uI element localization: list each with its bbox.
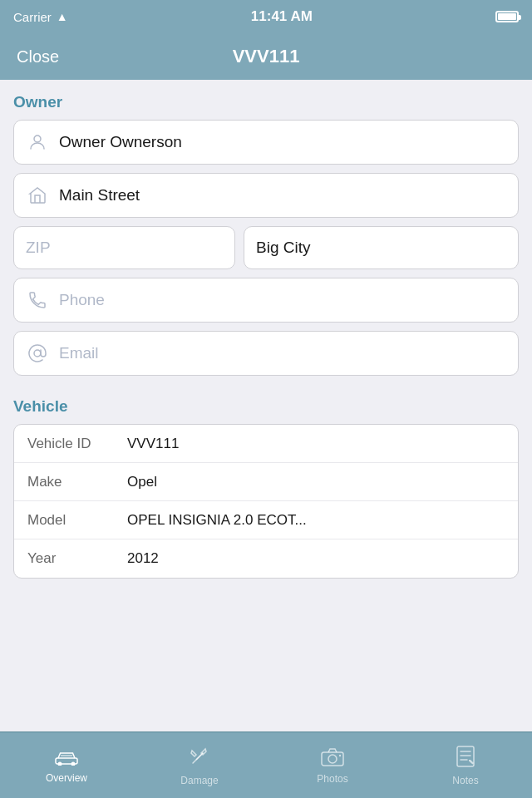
svg-point-3 [58, 761, 62, 766]
vehicle-section: Vehicle Vehicle ID VVV111 Make Opel Mode… [0, 384, 532, 579]
nav-bar: Close VVV111 [0, 33, 532, 80]
owner-name-input[interactable] [59, 133, 506, 151]
tab-bar: Overview Damage Photos [0, 732, 532, 798]
email-field-row [14, 332, 518, 375]
notes-icon [455, 745, 476, 771]
vehicle-table: Vehicle ID VVV111 Make Opel Model OPEL I… [13, 424, 519, 579]
vehicle-row-value: 2012 [127, 550, 159, 567]
svg-point-1 [34, 350, 41, 357]
tab-overview[interactable]: Overview [0, 732, 133, 798]
vehicle-row: Model OPEL INSIGNIA 2.0 ECOT... [14, 501, 518, 539]
phone-field-row [14, 278, 518, 322]
at-icon [26, 343, 49, 363]
scroll-content: Owner [0, 80, 532, 732]
vehicle-row: Year 2012 [14, 539, 518, 578]
vehicle-row: Make Opel [14, 463, 518, 501]
phone-input[interactable] [59, 291, 506, 309]
camera-icon [320, 746, 345, 770]
vehicle-row-label: Vehicle ID [27, 436, 127, 452]
address-input[interactable] [59, 186, 506, 204]
vehicle-row-label: Year [27, 550, 127, 567]
vehicle-row: Vehicle ID VVV111 [14, 425, 518, 463]
nav-title: VVV111 [233, 46, 300, 67]
tab-overview-label: Overview [46, 772, 87, 784]
wrench-icon [188, 745, 211, 771]
address-field-group [13, 173, 519, 218]
vehicle-row-value: OPEL INSIGNIA 2.0 ECOT... [127, 512, 307, 529]
email-field-group [13, 331, 519, 376]
name-field-row [14, 121, 518, 164]
svg-point-6 [328, 755, 337, 763]
zip-field [13, 226, 235, 269]
city-field [244, 226, 519, 269]
status-bar: Carrier ▲ 11:41 AM [0, 0, 532, 33]
carrier-wifi: Carrier ▲ [13, 10, 68, 24]
owner-section-title: Owner [13, 93, 519, 111]
phone-field-group [13, 278, 519, 323]
vehicle-row-label: Model [27, 512, 127, 529]
owner-section: Owner [0, 80, 532, 376]
city-input[interactable] [256, 239, 506, 257]
vehicle-row-value: VVV111 [127, 436, 179, 452]
email-input[interactable] [59, 344, 506, 362]
zip-city-group [13, 226, 519, 269]
bottom-spacer [0, 579, 532, 595]
vehicle-section-title: Vehicle [13, 397, 519, 416]
svg-point-0 [34, 135, 41, 142]
home-icon [26, 185, 49, 205]
address-field-row [14, 174, 518, 217]
battery-area [495, 11, 519, 22]
zip-input[interactable] [26, 239, 223, 257]
svg-point-4 [71, 761, 76, 766]
car-icon [54, 747, 79, 769]
wifi-icon: ▲ [57, 10, 68, 23]
battery-icon [495, 11, 519, 22]
svg-point-7 [339, 754, 341, 756]
svg-rect-8 [457, 746, 474, 766]
phone-icon [26, 290, 49, 310]
time-label: 11:41 AM [251, 8, 313, 25]
tab-notes[interactable]: Notes [399, 732, 532, 798]
name-field-group [13, 120, 519, 165]
person-icon [26, 132, 49, 152]
close-button[interactable]: Close [17, 47, 59, 66]
vehicle-row-label: Make [27, 474, 127, 490]
tab-photos[interactable]: Photos [266, 732, 399, 798]
carrier-label: Carrier [13, 10, 52, 24]
vehicle-row-value: Opel [127, 474, 157, 490]
tab-damage[interactable]: Damage [133, 732, 266, 798]
tab-photos-label: Photos [317, 773, 347, 785]
tab-damage-label: Damage [180, 775, 218, 786]
tab-notes-label: Notes [452, 775, 478, 786]
